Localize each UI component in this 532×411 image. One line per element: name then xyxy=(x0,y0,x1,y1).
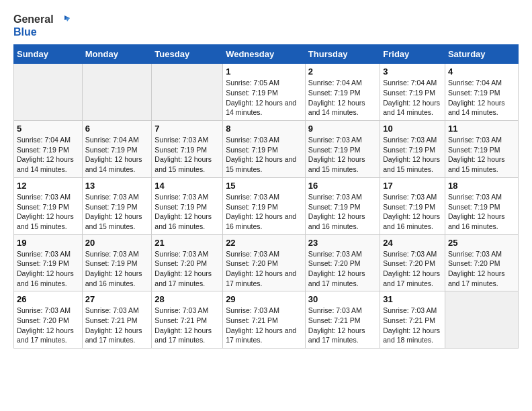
day-cell: 8Sunrise: 7:03 AM Sunset: 7:19 PM Daylig… xyxy=(223,121,306,178)
day-number: 24 xyxy=(383,238,442,248)
header-cell-friday: Friday xyxy=(380,45,445,64)
day-cell: 29Sunrise: 7:03 AM Sunset: 7:21 PM Dayli… xyxy=(223,291,306,349)
day-info: Sunrise: 7:03 AM Sunset: 7:19 PM Dayligh… xyxy=(448,192,515,232)
day-cell: 14Sunrise: 7:03 AM Sunset: 7:19 PM Dayli… xyxy=(152,177,223,234)
day-number: 5 xyxy=(17,124,79,134)
day-number: 28 xyxy=(154,294,220,304)
day-number: 27 xyxy=(85,294,149,304)
week-row-1: 1Sunrise: 7:05 AM Sunset: 7:19 PM Daylig… xyxy=(14,64,519,121)
day-cell: 20Sunrise: 7:03 AM Sunset: 7:19 PM Dayli… xyxy=(82,234,152,291)
day-cell: 25Sunrise: 7:03 AM Sunset: 7:20 PM Dayli… xyxy=(445,234,518,291)
header-row: SundayMondayTuesdayWednesdayThursdayFrid… xyxy=(14,45,519,64)
day-info: Sunrise: 7:03 AM Sunset: 7:19 PM Dayligh… xyxy=(154,192,220,232)
header-cell-thursday: Thursday xyxy=(305,45,380,64)
day-cell: 26Sunrise: 7:03 AM Sunset: 7:20 PM Dayli… xyxy=(14,291,83,349)
svg-marker-1 xyxy=(66,17,70,21)
logo-text: General Blue xyxy=(13,13,70,38)
day-info: Sunrise: 7:03 AM Sunset: 7:20 PM Dayligh… xyxy=(308,249,377,289)
day-cell: 15Sunrise: 7:03 AM Sunset: 7:19 PM Dayli… xyxy=(223,177,306,234)
day-info: Sunrise: 7:03 AM Sunset: 7:21 PM Dayligh… xyxy=(383,306,442,345)
logo-bird-icon xyxy=(58,14,70,26)
day-info: Sunrise: 7:03 AM Sunset: 7:19 PM Dayligh… xyxy=(85,249,149,289)
day-number: 26 xyxy=(17,294,79,304)
day-number: 8 xyxy=(226,124,302,134)
header-cell-sunday: Sunday xyxy=(14,45,83,64)
day-number: 30 xyxy=(308,294,377,304)
day-cell: 22Sunrise: 7:03 AM Sunset: 7:20 PM Dayli… xyxy=(223,234,306,291)
day-info: Sunrise: 7:03 AM Sunset: 7:19 PM Dayligh… xyxy=(308,192,377,232)
day-cell: 21Sunrise: 7:03 AM Sunset: 7:20 PM Dayli… xyxy=(152,234,223,291)
logo-blue: Blue xyxy=(13,26,37,38)
header-cell-tuesday: Tuesday xyxy=(152,45,223,64)
day-cell: 7Sunrise: 7:03 AM Sunset: 7:19 PM Daylig… xyxy=(152,121,223,178)
day-cell: 4Sunrise: 7:04 AM Sunset: 7:19 PM Daylig… xyxy=(445,64,518,121)
header-cell-monday: Monday xyxy=(82,45,152,64)
week-row-2: 5Sunrise: 7:04 AM Sunset: 7:19 PM Daylig… xyxy=(14,121,519,178)
calendar-table: SundayMondayTuesdayWednesdayThursdayFrid… xyxy=(13,44,519,349)
day-cell: 24Sunrise: 7:03 AM Sunset: 7:20 PM Dayli… xyxy=(380,234,445,291)
day-info: Sunrise: 7:03 AM Sunset: 7:20 PM Dayligh… xyxy=(448,249,515,289)
day-cell: 23Sunrise: 7:03 AM Sunset: 7:20 PM Dayli… xyxy=(305,234,380,291)
week-row-4: 19Sunrise: 7:03 AM Sunset: 7:19 PM Dayli… xyxy=(14,234,519,291)
day-number: 19 xyxy=(17,238,79,248)
day-info: Sunrise: 7:04 AM Sunset: 7:19 PM Dayligh… xyxy=(17,135,79,175)
day-number: 9 xyxy=(308,124,377,134)
day-cell: 31Sunrise: 7:03 AM Sunset: 7:21 PM Dayli… xyxy=(380,291,445,349)
day-info: Sunrise: 7:03 AM Sunset: 7:19 PM Dayligh… xyxy=(308,135,377,175)
day-number: 23 xyxy=(308,238,377,248)
day-info: Sunrise: 7:04 AM Sunset: 7:19 PM Dayligh… xyxy=(448,78,515,118)
day-number: 15 xyxy=(226,181,302,191)
day-number: 31 xyxy=(383,294,442,304)
day-info: Sunrise: 7:03 AM Sunset: 7:21 PM Dayligh… xyxy=(308,306,377,345)
day-info: Sunrise: 7:03 AM Sunset: 7:19 PM Dayligh… xyxy=(17,249,79,289)
week-row-3: 12Sunrise: 7:03 AM Sunset: 7:19 PM Dayli… xyxy=(14,177,519,234)
day-number: 18 xyxy=(448,181,515,191)
day-info: Sunrise: 7:03 AM Sunset: 7:19 PM Dayligh… xyxy=(154,135,220,175)
day-cell: 13Sunrise: 7:03 AM Sunset: 7:19 PM Dayli… xyxy=(82,177,152,234)
day-info: Sunrise: 7:03 AM Sunset: 7:20 PM Dayligh… xyxy=(226,249,302,289)
day-info: Sunrise: 7:03 AM Sunset: 7:20 PM Dayligh… xyxy=(154,249,220,289)
day-cell: 17Sunrise: 7:03 AM Sunset: 7:19 PM Dayli… xyxy=(380,177,445,234)
day-cell: 9Sunrise: 7:03 AM Sunset: 7:19 PM Daylig… xyxy=(305,121,380,178)
calendar-body: 1Sunrise: 7:05 AM Sunset: 7:19 PM Daylig… xyxy=(14,64,519,349)
logo-general: General xyxy=(13,13,54,25)
header-cell-wednesday: Wednesday xyxy=(223,45,306,64)
day-cell: 30Sunrise: 7:03 AM Sunset: 7:21 PM Dayli… xyxy=(305,291,380,349)
day-number: 4 xyxy=(448,66,515,77)
day-info: Sunrise: 7:03 AM Sunset: 7:19 PM Dayligh… xyxy=(448,135,515,175)
day-cell: 27Sunrise: 7:03 AM Sunset: 7:21 PM Dayli… xyxy=(82,291,152,349)
logo: General Blue xyxy=(13,13,70,38)
day-number: 11 xyxy=(448,124,515,134)
day-cell xyxy=(14,64,83,121)
day-number: 3 xyxy=(383,66,442,77)
day-cell: 5Sunrise: 7:04 AM Sunset: 7:19 PM Daylig… xyxy=(14,121,83,178)
day-number: 2 xyxy=(308,66,377,77)
day-cell: 18Sunrise: 7:03 AM Sunset: 7:19 PM Dayli… xyxy=(445,177,518,234)
day-number: 29 xyxy=(226,294,302,304)
week-row-5: 26Sunrise: 7:03 AM Sunset: 7:20 PM Dayli… xyxy=(14,291,519,349)
day-number: 20 xyxy=(85,238,149,248)
day-cell: 11Sunrise: 7:03 AM Sunset: 7:19 PM Dayli… xyxy=(445,121,518,178)
day-info: Sunrise: 7:03 AM Sunset: 7:19 PM Dayligh… xyxy=(85,192,149,232)
day-number: 14 xyxy=(154,181,220,191)
day-cell: 3Sunrise: 7:04 AM Sunset: 7:19 PM Daylig… xyxy=(380,64,445,121)
calendar-header: SundayMondayTuesdayWednesdayThursdayFrid… xyxy=(14,45,519,64)
day-cell xyxy=(152,64,223,121)
header-cell-saturday: Saturday xyxy=(445,45,518,64)
day-cell: 12Sunrise: 7:03 AM Sunset: 7:19 PM Dayli… xyxy=(14,177,83,234)
day-info: Sunrise: 7:04 AM Sunset: 7:19 PM Dayligh… xyxy=(383,78,442,118)
day-info: Sunrise: 7:03 AM Sunset: 7:20 PM Dayligh… xyxy=(17,306,79,345)
day-cell: 6Sunrise: 7:04 AM Sunset: 7:19 PM Daylig… xyxy=(82,121,152,178)
day-number: 16 xyxy=(308,181,377,191)
day-info: Sunrise: 7:03 AM Sunset: 7:19 PM Dayligh… xyxy=(226,192,302,232)
day-number: 1 xyxy=(226,66,302,77)
day-number: 10 xyxy=(383,124,442,134)
day-number: 22 xyxy=(226,238,302,248)
day-number: 25 xyxy=(448,238,515,248)
day-cell: 10Sunrise: 7:03 AM Sunset: 7:19 PM Dayli… xyxy=(380,121,445,178)
day-info: Sunrise: 7:03 AM Sunset: 7:19 PM Dayligh… xyxy=(383,135,442,175)
day-info: Sunrise: 7:05 AM Sunset: 7:19 PM Dayligh… xyxy=(226,78,302,118)
day-cell xyxy=(82,64,152,121)
day-number: 6 xyxy=(85,124,149,134)
day-info: Sunrise: 7:03 AM Sunset: 7:21 PM Dayligh… xyxy=(85,306,149,345)
